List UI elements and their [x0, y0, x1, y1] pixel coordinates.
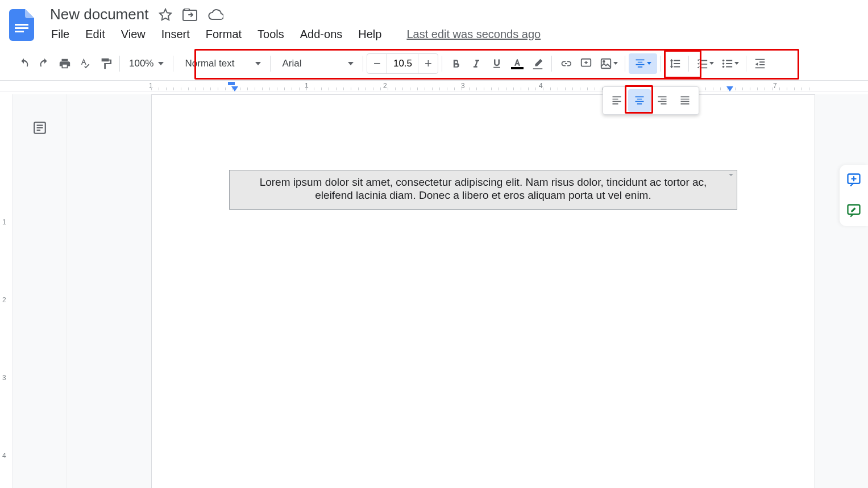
zoom-value: 100% — [129, 58, 153, 69]
selected-text-block[interactable]: Lorem ipsum dolor sit amet, consectetur … — [229, 170, 737, 210]
align-right-button[interactable] — [651, 89, 674, 112]
page[interactable]: Lorem ipsum dolor sit amet, consectetur … — [151, 94, 815, 488]
suggest-edits-side-button[interactable] — [844, 201, 863, 220]
paragraph-style-dropdown[interactable]: Normal text — [177, 53, 267, 74]
left-indent-marker[interactable] — [231, 86, 238, 91]
insert-link-button[interactable] — [555, 53, 576, 74]
svg-point-9 — [722, 65, 725, 68]
align-center-button[interactable] — [628, 89, 651, 112]
caret-down-icon — [255, 62, 261, 65]
text-color-button[interactable] — [507, 53, 528, 74]
svg-rect-0 — [15, 24, 28, 26]
paragraph-style-value: Normal text — [185, 58, 234, 69]
caret-down-icon — [734, 62, 739, 65]
star-icon[interactable] — [159, 8, 172, 22]
ruler-number: 4 — [539, 82, 543, 90]
highlight-color-button[interactable] — [528, 53, 548, 74]
vruler-number: 3 — [2, 374, 6, 382]
svg-point-8 — [722, 62, 725, 65]
font-family-dropdown[interactable]: Arial — [274, 53, 359, 74]
ruler-number: 7 — [773, 82, 777, 90]
svg-rect-2 — [15, 31, 24, 32]
caret-down-icon — [348, 62, 354, 65]
ruler-number: 2 — [383, 82, 387, 90]
italic-button[interactable] — [466, 53, 487, 74]
font-size-control: − + — [367, 53, 438, 74]
document-title[interactable]: New document — [50, 6, 148, 23]
align-left-button[interactable] — [605, 89, 628, 112]
menu-addons[interactable]: Add-ons — [299, 27, 344, 42]
docs-logo-icon[interactable] — [9, 8, 34, 42]
add-comment-button[interactable] — [576, 53, 596, 74]
font-size-input[interactable] — [387, 54, 418, 73]
horizontal-ruler[interactable]: 1 1 2 3 4 7 — [0, 81, 868, 92]
line-spacing-button[interactable] — [665, 53, 685, 74]
menu-tools[interactable]: Tools — [256, 27, 285, 42]
align-popup — [603, 86, 699, 115]
print-button[interactable] — [55, 53, 75, 74]
spellcheck-button[interactable] — [75, 53, 95, 74]
caret-down-icon — [647, 62, 651, 65]
document-canvas[interactable]: Lorem ipsum dolor sit amet, consectetur … — [67, 94, 868, 488]
move-icon[interactable] — [182, 9, 197, 21]
menu-view[interactable]: View — [120, 27, 147, 42]
align-dropdown-button[interactable] — [629, 53, 657, 74]
decrease-indent-button[interactable] — [750, 53, 770, 74]
caret-down-icon — [613, 62, 618, 65]
textbox-options-icon[interactable] — [728, 172, 736, 180]
caret-down-icon — [158, 62, 164, 65]
toolbar: 100% Normal text Arial − + — [0, 48, 868, 81]
vruler-number: 2 — [2, 296, 6, 304]
font-size-increase-button[interactable]: + — [418, 54, 438, 73]
vertical-ruler[interactable]: 1 2 3 4 — [0, 94, 13, 488]
menu-help[interactable]: Help — [357, 27, 383, 42]
svg-point-6 — [603, 60, 605, 62]
menu-edit[interactable]: Edit — [84, 27, 106, 42]
zoom-dropdown[interactable]: 100% — [123, 58, 169, 69]
checklist-button[interactable] — [692, 53, 717, 74]
side-panel-float — [840, 165, 868, 226]
underline-button[interactable] — [487, 53, 507, 74]
svg-rect-5 — [601, 59, 611, 68]
menu-file[interactable]: File — [50, 27, 70, 42]
cloud-status-icon[interactable] — [207, 9, 223, 20]
menu-insert[interactable]: Insert — [160, 27, 191, 42]
svg-point-7 — [722, 59, 725, 61]
last-edit-link[interactable]: Last edit was seconds ago — [406, 28, 541, 41]
font-family-value: Arial — [282, 58, 301, 69]
bulleted-list-button[interactable] — [717, 53, 742, 74]
vruler-number: 4 — [2, 452, 6, 460]
right-indent-marker[interactable] — [726, 86, 733, 91]
paint-format-button[interactable] — [95, 53, 116, 74]
vruler-number: 1 — [2, 218, 6, 226]
redo-button[interactable] — [34, 53, 55, 74]
font-size-decrease-button[interactable]: − — [367, 54, 387, 73]
insert-image-button[interactable] — [596, 53, 621, 74]
bold-button[interactable] — [446, 53, 466, 74]
undo-button[interactable] — [14, 53, 34, 74]
header: New document File Edit View Insert Forma… — [0, 0, 868, 48]
align-justify-button[interactable] — [674, 89, 696, 112]
add-comment-side-button[interactable] — [844, 170, 863, 190]
outline-gutter — [13, 94, 67, 488]
caret-down-icon — [709, 62, 714, 65]
document-stage: 1 2 3 4 Lorem ipsum dolor sit amet, cons… — [0, 94, 868, 488]
svg-rect-1 — [15, 27, 28, 29]
document-outline-button[interactable] — [29, 117, 51, 139]
menu-format[interactable]: Format — [205, 27, 243, 42]
paragraph-text: Lorem ipsum dolor sit amet, consectetur … — [260, 176, 707, 201]
menu-bar: File Edit View Insert Format Tools Add-o… — [50, 27, 541, 42]
